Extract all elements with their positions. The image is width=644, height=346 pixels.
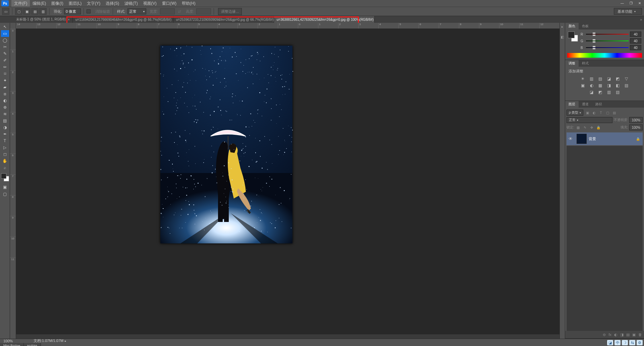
filter-type-icon[interactable]: T: [598, 110, 603, 115]
menu-视图[interactable]: 视图(V): [141, 0, 159, 7]
lock-all-icon[interactable]: 🔒: [596, 125, 601, 130]
tool-10[interactable]: ⧈: [1, 91, 9, 97]
tool-13[interactable]: ≋: [1, 111, 9, 117]
tray-icon[interactable]: ⚙: [637, 340, 643, 345]
tab-paths[interactable]: 路径: [592, 101, 605, 108]
adjustment-icon[interactable]: ▽: [624, 76, 629, 81]
tool-12[interactable]: ⊕: [1, 104, 9, 111]
selection-subtract-button[interactable]: ▤: [31, 8, 39, 15]
tool-2[interactable]: ◯: [1, 37, 9, 44]
document-tab[interactable]: 未标题-1 @ 50% (图层 1, RGB/8)×: [13, 16, 73, 23]
document-tab[interactable]: u=2539637233,2109093909&fm=26&gp=0.jpg @…: [173, 16, 274, 23]
spectrum-bar[interactable]: [567, 53, 642, 58]
adjustment-icon[interactable]: ▣: [580, 83, 586, 88]
tab-layers[interactable]: 图层: [565, 101, 579, 108]
filter-smart-icon[interactable]: ▤: [611, 110, 617, 115]
adjustment-icon[interactable]: ▥: [606, 90, 612, 95]
tab-mini-bridge[interactable]: Mini Bridge: [0, 343, 24, 346]
selection-add-button[interactable]: ▣: [23, 8, 31, 15]
layers-footer-icon[interactable]: ⊖: [603, 333, 606, 337]
adjustment-icon[interactable]: ▦: [598, 83, 603, 88]
filter-shape-icon[interactable]: ▢: [605, 110, 610, 115]
layers-footer-icon[interactable]: ◨: [620, 333, 624, 337]
menu-选择[interactable]: 选择(S): [103, 0, 122, 7]
close-button[interactable]: ✕: [635, 0, 644, 6]
tray-icon[interactable]: 中: [614, 340, 621, 345]
workspace-switcher[interactable]: 基本功能▾: [614, 8, 642, 15]
layers-footer-icon[interactable]: fx: [608, 333, 611, 337]
fill-input[interactable]: 100%: [629, 124, 643, 130]
tool-21[interactable]: ⌕: [1, 164, 9, 171]
panel-color-swatch[interactable]: [568, 32, 578, 42]
selection-intersect-button[interactable]: ▥: [39, 8, 47, 15]
menu-滤镜[interactable]: 滤镜(T): [122, 0, 140, 7]
tab-adjustments[interactable]: 调整: [565, 60, 579, 67]
adjustment-icon[interactable]: ▤: [598, 76, 603, 81]
adjustment-icon[interactable]: ▤: [615, 90, 621, 95]
layer-filter-select[interactable]: ρ 类型▾: [567, 110, 583, 116]
layer-thumbnail[interactable]: [577, 134, 587, 144]
adjustment-icon[interactable]: ▤: [624, 83, 629, 88]
tool-15[interactable]: ◑: [1, 124, 9, 131]
antialias-checkbox[interactable]: [87, 9, 91, 13]
feather-input[interactable]: [64, 8, 81, 14]
tool-19[interactable]: ◻: [1, 151, 9, 158]
lock-position-icon[interactable]: ✥: [589, 125, 594, 130]
minimize-button[interactable]: —: [618, 0, 627, 6]
tray-icon[interactable]: ◪: [607, 340, 613, 345]
opacity-input[interactable]: 100%: [629, 117, 643, 123]
adjustment-icon[interactable]: ◐: [589, 83, 594, 88]
filter-pixel-icon[interactable]: ▣: [585, 110, 590, 115]
collapsed-panel-icon[interactable]: ▸: [561, 25, 563, 28]
edit-mode-0[interactable]: ▣: [1, 184, 9, 190]
lock-transparent-icon[interactable]: ▩: [576, 125, 581, 130]
tool-5[interactable]: ✐: [1, 57, 9, 64]
tool-18[interactable]: ▷: [1, 144, 9, 151]
visibility-icon[interactable]: 👁: [567, 136, 575, 141]
menu-文件[interactable]: 文件(F): [11, 0, 30, 7]
adjustment-icon[interactable]: ☀: [580, 76, 586, 81]
style-select[interactable]: 正常▾: [127, 8, 146, 14]
tool-preset-button[interactable]: ▭: [2, 8, 9, 15]
document-tab[interactable]: u=116942063,2176669046&fm=26&gp=0.jpg @ …: [73, 16, 173, 23]
document-canvas[interactable]: [160, 46, 292, 243]
blend-mode-select[interactable]: 正常▾: [567, 117, 612, 123]
tool-0[interactable]: ↖: [1, 23, 9, 30]
menu-帮助[interactable]: 帮助(H): [179, 0, 198, 7]
menu-图层[interactable]: 图层(L): [66, 0, 85, 7]
tool-3[interactable]: ✂: [1, 44, 9, 50]
tool-8[interactable]: ✦: [1, 77, 9, 84]
b-slider[interactable]: [586, 46, 629, 49]
edit-mode-1[interactable]: ▢: [1, 191, 9, 197]
menu-文字[interactable]: 文字(Y): [84, 0, 103, 7]
collapsed-panel-icon[interactable]: ◧: [561, 35, 564, 39]
document-tab[interactable]: u=3638812661,4278309225&fm=26&gp=0.jpg @…: [274, 16, 375, 23]
h-scrollbar[interactable]: [16, 334, 559, 339]
r-input[interactable]: [630, 32, 641, 37]
layers-footer-icon[interactable]: 🗑: [638, 333, 642, 337]
layers-footer-icon[interactable]: ▣: [632, 333, 636, 337]
tool-16[interactable]: ✒: [1, 131, 9, 137]
g-slider[interactable]: [586, 39, 629, 43]
tab-swatches[interactable]: 色板: [579, 23, 592, 30]
menu-图像[interactable]: 图像(I): [49, 0, 66, 7]
b-input[interactable]: [630, 45, 641, 50]
tab-close-icon[interactable]: ×: [68, 18, 70, 21]
tool-11[interactable]: ◐: [1, 97, 9, 104]
canvas-area[interactable]: [16, 29, 559, 334]
tab-channels[interactable]: 通道: [579, 101, 592, 108]
tool-17[interactable]: T: [1, 137, 9, 144]
selection-new-button[interactable]: ▢: [15, 8, 22, 15]
tool-4[interactable]: ✎: [1, 50, 9, 57]
zoom-level[interactable]: 100%: [0, 339, 27, 343]
tray-icon[interactable]: ⇆: [629, 340, 635, 345]
tab-styles[interactable]: 样式: [579, 60, 592, 67]
filter-adjust-icon[interactable]: ◐: [591, 110, 597, 115]
tool-20[interactable]: ✋: [1, 158, 9, 164]
tool-14[interactable]: ▤: [1, 117, 9, 124]
color-swatches[interactable]: [1, 173, 9, 181]
tool-6[interactable]: ✏: [1, 64, 9, 70]
tool-7[interactable]: ⌑: [1, 70, 9, 77]
adjustment-icon[interactable]: ◩: [598, 90, 603, 95]
layers-footer-icon[interactable]: ◐: [614, 333, 618, 337]
